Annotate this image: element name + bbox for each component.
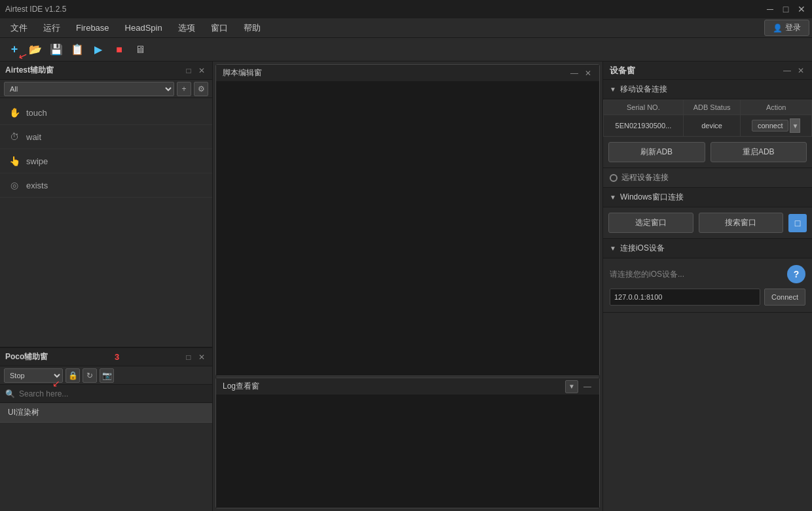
script-editor-body[interactable] [216,82,599,376]
save-btn[interactable]: 💾 [47,41,65,59]
poco-ui-tree-item[interactable]: UI渲染树 [0,403,212,423]
ios-placeholder-row: 请连接您的iOS设备... ? [610,265,805,283]
menu-file[interactable]: 文件 [3,20,35,37]
poco-mode-select[interactable]: Stop [4,368,63,383]
poco-screenshot-btn[interactable]: 📷 [100,368,114,383]
ios-content: 请连接您的iOS设备... ? Connect [603,258,812,313]
script-editor: 脚本编辑窗 — ✕ [215,64,600,376]
select-window-btn[interactable]: 选定窗口 [608,213,693,233]
log-minimize-btn[interactable]: — [582,382,593,391]
ios-connect-btn[interactable]: Connect [764,289,805,306]
ios-section-header: ▼ 连接iOS设备 [603,239,812,258]
user-icon: 👤 [773,24,783,33]
ios-help-btn[interactable]: ? [787,265,805,283]
remote-connect-row: 远程设备连接 [603,168,812,188]
windows-section-title: Windows窗口连接 [620,192,684,203]
ios-address-input[interactable] [610,289,760,306]
remote-radio-btn[interactable] [610,174,618,182]
menu-window[interactable]: 窗口 [203,20,236,37]
airtest-close-btn[interactable]: ✕ [196,65,207,76]
log-window-body[interactable] [216,395,599,508]
maximize-window-btn[interactable]: □ [781,4,791,14]
refresh-adb-btn[interactable]: 刷新ADB [608,142,705,162]
poco-panel-header: Poco辅助窗 3 □ ✕ [0,348,212,366]
ios-section-title: 连接iOS设备 [620,243,665,254]
search-window-btn[interactable]: 搜索窗口 [699,213,784,233]
airtest-command-touch[interactable]: ✋ touch [0,101,212,125]
airtest-panel-title: Airtest辅助窗 [5,65,54,76]
script-editor-controls: — ✕ [569,69,593,78]
log-window: Log查看窗 ▼ — [215,378,600,508]
menu-firebase[interactable]: Firebase [68,20,117,35]
run-btn[interactable]: ▶ [89,41,107,59]
airtest-command-swipe[interactable]: 👆 swipe [0,149,212,173]
table-header-adb-status: ADB Status [683,100,741,115]
menu-headspin[interactable]: HeadSpin [117,20,170,35]
ios-collapse-icon[interactable]: ▼ [610,245,616,252]
airtest-toolbar: All + ⚙ [0,80,212,98]
stop-btn[interactable]: ■ [110,41,128,59]
poco-close-btn[interactable]: ✕ [196,352,207,362]
device-panel-title: 设备窗 [610,65,635,77]
restart-adb-btn[interactable]: 重启ADB [710,142,807,162]
poco-panel-controls: □ ✕ [183,352,207,362]
windows-buttons-row: 选定窗口 搜索窗口 □ [603,207,812,239]
menu-options[interactable]: 选项 [170,20,203,37]
menu-help[interactable]: 帮助 [236,20,268,37]
open-file-btn[interactable]: 📂 [26,41,45,59]
right-panel: 设备窗 — ✕ ▼ 移动设备连接 Serial NO. ADB Status A… [602,62,812,511]
airtest-command-exists[interactable]: ◎ exists [0,173,212,198]
poco-panel-title: Poco辅助窗 [5,351,48,362]
menu-run[interactable]: 运行 [35,20,68,37]
airtest-command-wait[interactable]: ⏱ wait [0,125,212,149]
mobile-collapse-icon[interactable]: ▼ [610,86,616,93]
device-adb-status: device [683,115,741,137]
center-area: 脚本编辑窗 — ✕ Log查看窗 ▼ — [213,62,602,511]
minimize-window-btn[interactable]: ─ [765,4,775,14]
mobile-section-title: 移动设备连接 [620,84,667,95]
log-filter-btn[interactable]: ▼ [565,380,578,393]
connect-btn[interactable]: connect [752,120,789,132]
device-table-row: 5EN021930500... device connect ▼ ↙ [604,115,812,137]
poco-lock-btn[interactable]: 🔒 [65,368,80,383]
script-editor-close-btn[interactable]: ✕ [583,69,593,78]
menu-bar: 文件 运行 Firebase HeadSpin 选项 窗口 帮助 👤 登录 [0,18,812,38]
poco-toolbar: ↙ Stop 🔒 ↻ 📷 [0,366,212,385]
search-icon: 🔍 [5,389,15,398]
airtest-add-btn[interactable]: + [177,82,191,96]
device-serial: 5EN021930500... [604,115,684,137]
touch-icon: ✋ [8,106,21,119]
close-window-btn[interactable]: ✕ [796,4,807,14]
exists-label: exists [26,181,48,190]
poco-search-input[interactable] [19,389,207,398]
table-header-serial: Serial NO. [604,100,684,115]
poco-refresh-btn[interactable]: ↻ [83,368,97,383]
device-panel-minimize-btn[interactable]: — [782,66,792,75]
touch-label: touch [26,108,47,118]
airtest-panel-controls: □ ✕ [183,65,207,76]
connect-dropdown-arrow[interactable]: ▼ [790,118,800,133]
login-button[interactable]: 👤 登录 [764,20,809,36]
table-header-action: Action [741,100,812,115]
airtest-panel: Airtest辅助窗 □ ✕ All + ⚙ ✋ touch ⏱ [0,62,212,347]
device-panel-header: 设备窗 — ✕ [603,62,812,80]
device-action-cell: connect ▼ ↙ [741,115,812,137]
script-editor-minimize-btn[interactable]: — [569,69,580,78]
wait-icon: ⏱ [8,130,21,143]
device-btn[interactable]: 🖥 [131,41,149,59]
poco-restore-btn[interactable]: □ [183,352,194,362]
airtest-settings-btn[interactable]: ⚙ [194,82,208,96]
main-toolbar: + ↙ 📂 💾 📋 ▶ ■ 🖥 [0,38,812,62]
log-window-header: Log查看窗 ▼ — [216,378,599,395]
windows-icon-btn[interactable]: □ [788,214,807,232]
annotation-badge: 3 [115,352,119,362]
airtest-category-select[interactable]: All [4,82,174,96]
adb-buttons-row: 刷新ADB 重启ADB [603,137,812,168]
device-panel-close-btn[interactable]: ✕ [796,66,805,75]
airtest-restore-btn[interactable]: □ [183,65,194,76]
add-script-btn[interactable]: + [5,41,24,59]
device-panel: 设备窗 — ✕ ▼ 移动设备连接 Serial NO. ADB Status A… [603,62,812,313]
windows-collapse-icon[interactable]: ▼ [610,194,616,201]
save-as-btn[interactable]: 📋 [68,41,86,59]
left-panel: Airtest辅助窗 □ ✕ All + ⚙ ✋ touch ⏱ [0,62,213,511]
